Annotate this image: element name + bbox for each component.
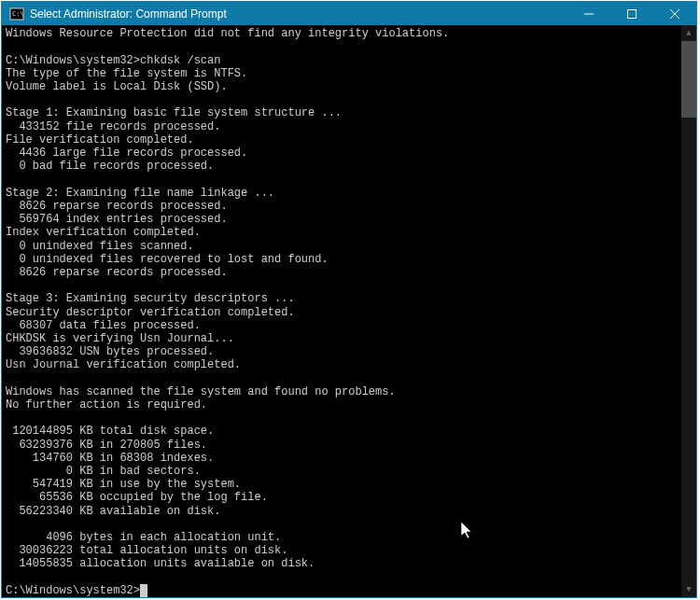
close-button[interactable]: [653, 2, 696, 25]
app-icon: C:\: [9, 7, 24, 21]
terminal-text: Windows Resource Protection did not find…: [6, 27, 449, 570]
text-cursor: [140, 584, 147, 597]
scroll-up-arrow[interactable]: ▲: [681, 25, 696, 41]
terminal-output[interactable]: Windows Resource Protection did not find…: [2, 25, 696, 597]
scroll-down-arrow[interactable]: ▼: [681, 581, 696, 597]
command-prompt-window: C:\ Select Administrator: Command Prompt…: [1, 1, 697, 598]
window-title: Select Administrator: Command Prompt: [30, 7, 567, 21]
titlebar[interactable]: C:\ Select Administrator: Command Prompt: [2, 2, 696, 25]
scroll-thumb[interactable]: [681, 41, 696, 118]
prompt: C:\Windows\system32>: [6, 584, 140, 597]
svg-text:C:\: C:\: [12, 10, 24, 18]
minimize-button[interactable]: [567, 2, 610, 25]
maximize-button[interactable]: [610, 2, 653, 25]
svg-rect-3: [628, 9, 637, 18]
window-controls: [567, 2, 696, 25]
vertical-scrollbar[interactable]: ▲ ▼: [681, 25, 696, 597]
